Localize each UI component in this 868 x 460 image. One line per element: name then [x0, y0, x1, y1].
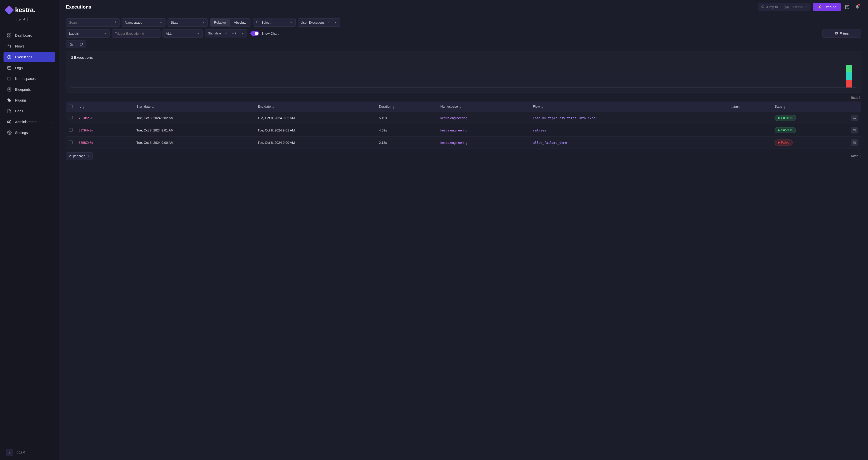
col-id[interactable]: Id▲▼ [75, 102, 133, 112]
row-menu-button[interactable] [851, 127, 858, 134]
sort-icon: ▲▼ [393, 106, 395, 109]
sidebar: kestra. prod DashboardFlowsExecutionsLog… [0, 0, 59, 460]
sidebar-item-label: Settings [15, 131, 28, 135]
logo-text: kestra. [15, 6, 35, 14]
row-checkbox[interactable] [69, 128, 72, 132]
filters-button[interactable]: Filters [822, 29, 861, 38]
trigger-execution-id-input[interactable] [112, 29, 160, 38]
col-end-date[interactable]: End date▲▼ [255, 102, 376, 112]
sidebar-item-label: Namespaces [15, 77, 36, 81]
chevron-down-icon: ▼ [197, 32, 199, 35]
row-menu-button[interactable] [851, 115, 858, 121]
row-checkbox[interactable] [69, 141, 72, 144]
sort-icon: ▲▼ [152, 106, 154, 109]
sort-icon: ▲▼ [784, 106, 786, 109]
sidebar-item-docs[interactable]: Docs [3, 106, 55, 116]
date-mode-segmented: Relative Absolute [210, 18, 251, 27]
settings-icon [7, 131, 11, 135]
close-icon[interactable]: ✕ [328, 21, 330, 24]
start-date-filter[interactable]: Start date ✕ + 7 ▼ [205, 29, 247, 37]
svg-line-21 [116, 23, 116, 23]
jump-to-search[interactable]: Jump to... ⌨ Ctrl/Cmd + K [758, 3, 810, 11]
labels-cell [727, 137, 772, 149]
sidebar-item-blueprints[interactable]: Blueprints [3, 84, 55, 94]
col-flow[interactable]: Flow▲▼ [530, 102, 727, 112]
sidebar-item-namespaces[interactable]: Namespaces [3, 74, 55, 84]
select-all-checkbox[interactable] [69, 105, 72, 108]
sort-icon: ▲▼ [541, 106, 543, 109]
state-filter[interactable]: State ▼ [167, 18, 208, 27]
sidebar-item-label: Administration [15, 120, 37, 124]
col-namespace[interactable]: Namespace▲▼ [437, 102, 530, 112]
namespace-link[interactable]: kestra.engineering [440, 116, 467, 120]
time-range-select[interactable]: Select ▼ [253, 18, 296, 27]
relative-tab[interactable]: Relative [210, 19, 230, 26]
col-state[interactable]: State▲▼ [772, 102, 848, 112]
execution-id-link[interactable]: 3ZYDHwZn [79, 129, 93, 132]
execution-id-link[interactable]: 56BRZr7o [79, 141, 93, 145]
namespace-link[interactable]: kestra.engineering [440, 141, 467, 145]
start-date-label: Start date [208, 32, 221, 35]
nav: DashboardFlowsExecutionsLogsNamespacesBl… [0, 26, 59, 445]
svg-rect-2 [7, 36, 9, 37]
admin-icon [7, 120, 11, 124]
svg-rect-1 [10, 34, 11, 35]
sidebar-item-dashboard[interactable]: Dashboard [3, 30, 55, 40]
chart-bar [846, 65, 852, 87]
flow-link[interactable]: retries [533, 128, 546, 132]
start-date-cell: Tue, Oct 8, 2024 9:00 AM [133, 137, 255, 149]
chevron-right-icon: › [51, 120, 52, 123]
namespace-link[interactable]: kestra.engineering [440, 128, 467, 132]
col-duration[interactable]: Duration▲▼ [376, 102, 437, 112]
state-badge: Success [775, 115, 796, 121]
sidebar-item-settings[interactable]: Settings [3, 128, 55, 138]
sidebar-item-flows[interactable]: Flows [3, 41, 55, 51]
sidebar-item-executions[interactable]: Executions [3, 52, 55, 62]
notifications-button[interactable] [854, 3, 861, 11]
col-start-date[interactable]: Start date▲▼ [133, 102, 255, 112]
shortcut-label: Ctrl/Cmd + K [792, 5, 807, 8]
search-input[interactable] [66, 18, 120, 27]
execution-id-link[interactable]: 7OjHog2P [79, 116, 93, 120]
flow-link[interactable]: allow_failure_demo [533, 141, 567, 145]
row-checkbox[interactable] [69, 116, 72, 119]
help-button[interactable] [843, 3, 851, 11]
start-date-cell: Tue, Oct 8, 2024 9:02 AM [133, 112, 255, 124]
labels-cell [727, 112, 772, 124]
collapse-sidebar-button[interactable]: « [6, 449, 13, 456]
user-executions-filter[interactable]: User Executions ✕ ▼ [298, 18, 340, 27]
notification-dot-icon [858, 4, 860, 5]
close-icon[interactable]: ✕ [224, 32, 227, 35]
content: Namespace ▼ State ▼ Relative Absolute Se… [59, 14, 868, 460]
start-date-cell: Tue, Oct 8, 2024 9:01 AM [133, 124, 255, 137]
show-chart-toggle[interactable] [250, 31, 259, 36]
all-label: ALL [166, 32, 172, 35]
absolute-tab[interactable]: Absolute [230, 19, 251, 26]
all-filter[interactable]: ALL ▼ [162, 29, 203, 38]
duration-cell: 2.13s [376, 137, 437, 149]
mute-button[interactable] [66, 40, 76, 48]
labels-filter[interactable]: Labels ▼ [66, 29, 110, 38]
table-row[interactable]: 56BRZr7oTue, Oct 8, 2024 9:00 AMTue, Oct… [66, 137, 861, 149]
refresh-button[interactable] [76, 40, 86, 48]
table-row[interactable]: 3ZYDHwZnTue, Oct 8, 2024 9:01 AMTue, Oct… [66, 124, 861, 137]
logo[interactable]: kestra. [6, 6, 53, 14]
table-row[interactable]: 7OjHog2PTue, Oct 8, 2024 9:02 AMTue, Oct… [66, 112, 861, 124]
version-label: 0.19.0 [17, 451, 25, 454]
svg-point-20 [114, 21, 116, 23]
sidebar-item-administration[interactable]: Administration› [3, 117, 55, 127]
row-menu-button[interactable] [851, 139, 858, 146]
executions-table: Id▲▼ Start date▲▼ End date▲▼ Duration▲▼ … [66, 102, 861, 149]
user-exec-label: User Executions [301, 21, 325, 24]
svg-line-17 [763, 7, 764, 8]
per-page-select[interactable]: 25 per page ▼ [66, 152, 93, 160]
namespace-filter[interactable]: Namespace ▼ [122, 18, 165, 27]
header: Executions Jump to... ⌨ Ctrl/Cmd + K ⚡ E… [59, 0, 868, 14]
flow-link[interactable]: load_multiple_csv_files_into_excel [533, 116, 597, 120]
search-icon [761, 5, 764, 9]
execute-button[interactable]: ⚡ Execute [813, 3, 841, 11]
filters-btn-label: Filters [840, 32, 849, 35]
sidebar-item-plugins[interactable]: Plugins [3, 95, 55, 105]
per-page-label: 25 per page [69, 154, 85, 158]
sidebar-item-logs[interactable]: Logs [3, 63, 55, 73]
